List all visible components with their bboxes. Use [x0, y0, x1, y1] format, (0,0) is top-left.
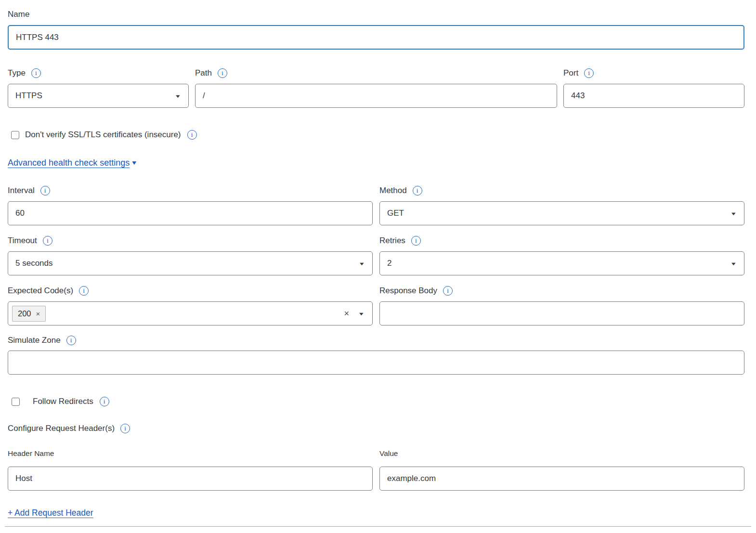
info-icon[interactable]: i	[187, 130, 197, 140]
info-icon[interactable]: i	[100, 397, 109, 406]
retries-field-group: Retries i 2 ▼	[379, 235, 744, 275]
chevron-down-icon: ▼	[174, 93, 181, 99]
info-icon[interactable]: i	[218, 68, 227, 78]
interval-method-row: Interval i Method i GET ▼	[8, 185, 744, 225]
info-icon[interactable]: i	[411, 236, 421, 246]
follow-redirects-checkbox[interactable]	[12, 398, 20, 406]
method-select[interactable]: GET ▼	[379, 201, 744, 225]
header-name-input[interactable]	[8, 467, 373, 491]
multiselect-controls: × ▼	[344, 309, 365, 318]
chevron-down-icon: ▼	[730, 211, 737, 216]
chevron-down-icon: ▼	[358, 311, 365, 316]
simulate-zone-label: Simulate Zone	[8, 335, 61, 346]
path-label: Path	[195, 68, 212, 78]
expected-codes-label: Expected Code(s)	[8, 286, 73, 296]
add-header-row: + Add Request Header	[8, 507, 744, 519]
follow-redirects-label: Follow Redirects	[33, 397, 93, 406]
configure-headers-label: Configure Request Header(s)	[8, 423, 115, 434]
ssl-verify-row: Don't verify SSL/TLS certificates (insec…	[11, 129, 744, 141]
timeout-select-value: 5 seconds	[15, 259, 53, 268]
retries-select[interactable]: 2 ▼	[379, 251, 744, 275]
retries-select-value: 2	[387, 259, 391, 268]
timeout-select[interactable]: 5 seconds ▼	[8, 251, 373, 275]
retries-label: Retries	[379, 235, 405, 246]
interval-field-group: Interval i	[8, 185, 373, 225]
expected-codes-select[interactable]: 200 × × ▼	[8, 301, 373, 325]
interval-input[interactable]	[8, 201, 373, 225]
add-request-header-link[interactable]: + Add Request Header	[8, 508, 93, 518]
response-body-label: Response Body	[379, 286, 437, 296]
type-field-group: Type i HTTPS ▼	[8, 67, 189, 108]
header-value-field-group: Value	[379, 449, 744, 491]
header-value-input[interactable]	[379, 467, 744, 491]
info-icon[interactable]: i	[443, 286, 453, 296]
chevron-down-icon: ▼	[730, 261, 737, 266]
expected-code-tag: 200 ×	[12, 306, 46, 322]
header-name-field-group: Header Name	[8, 449, 373, 491]
ssl-verify-checkbox[interactable]	[11, 131, 19, 139]
health-check-form: Name Type i HTTPS ▼ Path i Port i	[0, 0, 756, 527]
info-icon[interactable]: i	[66, 336, 76, 345]
method-field-group: Method i GET ▼	[379, 185, 744, 225]
info-icon[interactable]: i	[40, 186, 50, 195]
response-body-field-group: Response Body i	[379, 285, 744, 325]
codes-body-row: Expected Code(s) i 200 × × ▼ Response Bo…	[8, 285, 744, 325]
timeout-retries-row: Timeout i 5 seconds ▼ Retries i 2 ▼	[8, 235, 744, 275]
type-label: Type	[8, 68, 26, 78]
info-icon[interactable]: i	[584, 68, 594, 78]
simulate-zone-input[interactable]	[8, 351, 744, 375]
port-label: Port	[563, 68, 578, 78]
advanced-settings-row: Advanced health check settings▼	[8, 156, 744, 169]
header-name-label: Header Name	[8, 449, 373, 458]
advanced-settings-link[interactable]: Advanced health check settings▼	[8, 156, 138, 169]
request-header-row: Header Name Value	[8, 449, 744, 491]
method-select-value: GET	[387, 208, 404, 218]
info-icon[interactable]: i	[43, 236, 52, 246]
info-icon[interactable]: i	[120, 424, 130, 433]
follow-redirects-row: Follow Redirects i	[12, 396, 744, 407]
type-select[interactable]: HTTPS ▼	[8, 84, 189, 108]
name-label: Name	[8, 9, 744, 20]
info-icon[interactable]: i	[79, 286, 89, 296]
info-icon[interactable]: i	[413, 186, 422, 195]
remove-tag-icon[interactable]: ×	[36, 310, 40, 318]
section-divider	[5, 526, 751, 527]
clear-icon[interactable]: ×	[344, 309, 350, 318]
configure-headers-row: Configure Request Header(s) i	[8, 423, 744, 434]
timeout-label: Timeout	[8, 235, 37, 246]
port-field-group: Port i	[563, 67, 744, 108]
port-input[interactable]	[563, 84, 744, 108]
interval-label: Interval	[8, 185, 35, 196]
type-select-value: HTTPS	[15, 91, 42, 101]
chevron-down-icon: ▼	[130, 158, 138, 168]
name-input[interactable]	[8, 25, 744, 50]
method-label: Method	[379, 185, 407, 196]
ssl-verify-label: Don't verify SSL/TLS certificates (insec…	[25, 130, 181, 140]
path-input[interactable]	[195, 84, 557, 108]
simulate-zone-label-row: Simulate Zone i	[8, 335, 744, 346]
path-field-group: Path i	[195, 67, 557, 108]
expected-code-tag-value: 200	[18, 309, 31, 318]
info-icon[interactable]: i	[31, 68, 41, 78]
chevron-down-icon: ▼	[358, 261, 365, 266]
header-value-label: Value	[379, 449, 744, 458]
type-path-port-row: Type i HTTPS ▼ Path i Port i	[8, 67, 744, 108]
expected-codes-field-group: Expected Code(s) i 200 × × ▼	[8, 285, 373, 325]
timeout-field-group: Timeout i 5 seconds ▼	[8, 235, 373, 275]
response-body-input[interactable]	[379, 301, 744, 325]
